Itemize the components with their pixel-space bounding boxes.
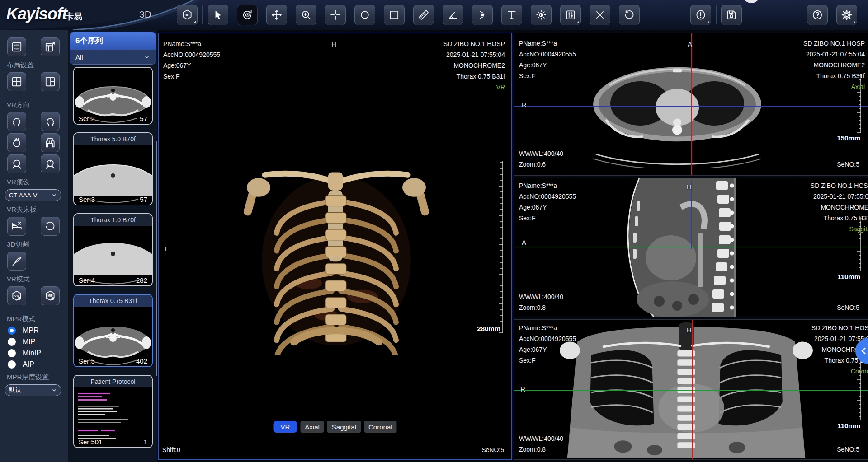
3d-view-tool[interactable]: 3D <box>177 5 198 25</box>
vr-preset-select[interactable]: CT-AAA-V <box>5 189 61 201</box>
remove-bed-button[interactable] <box>7 217 26 236</box>
patient-name: PName:S***a <box>519 322 576 333</box>
reference-line-vertical[interactable] <box>692 320 693 459</box>
pan-tool[interactable] <box>266 5 287 25</box>
info-tool[interactable] <box>690 5 711 25</box>
marker-top: A <box>688 40 692 48</box>
vr-orient-posterior-button[interactable] <box>41 154 60 173</box>
marker-left: A <box>522 238 526 246</box>
window-level-tool[interactable] <box>531 5 552 25</box>
photometric: MONOCHROME2 <box>803 60 865 70</box>
crosshair-tool[interactable] <box>325 5 346 25</box>
view-mode-saggital-button[interactable]: Saggital <box>327 421 361 433</box>
layout-list-button[interactable] <box>7 37 26 56</box>
vr-orient-left-button[interactable] <box>7 112 26 131</box>
save-tool[interactable] <box>721 5 742 25</box>
reference-line-vertical[interactable] <box>691 33 692 175</box>
cobb-icon <box>476 9 488 21</box>
series-item[interactable]: Patient ProtocolSer:501 1 <box>73 375 153 448</box>
app-logo-cn: 卡易 <box>65 12 82 21</box>
adjust-panel-tool[interactable] <box>560 5 581 25</box>
toolbar-right-tools <box>807 5 866 25</box>
mip-mode-button[interactable]: MIP <box>41 286 60 305</box>
gridSplit-icon <box>44 76 56 88</box>
series-filter-select[interactable]: All <box>70 50 156 64</box>
gear-icon <box>841 9 853 21</box>
rotate-3d-tool[interactable] <box>237 5 258 25</box>
radio-mpr[interactable]: MPR <box>8 327 68 335</box>
series-item-info: Ser:3 57 <box>74 196 152 203</box>
toolbar-divider <box>202 5 203 24</box>
pan-icon <box>271 9 283 21</box>
rotate-icon <box>241 9 253 21</box>
angle-tool[interactable] <box>443 5 463 25</box>
chevron-down-icon <box>52 192 57 198</box>
text-annotation-tool[interactable] <box>501 5 522 25</box>
delete-tool[interactable] <box>590 5 610 25</box>
vr-orient-body-button[interactable] <box>41 133 60 152</box>
bed-icon <box>11 220 23 232</box>
viewport-sagittal[interactable]: PName:S***a AccNO:0004920555 Age:067Y Se… <box>514 178 868 317</box>
study-info: SD ZIBO NO.1 HOSP 2025-01-21 07:55:04 MO… <box>443 38 505 93</box>
view-mode-vr-button[interactable]: VR <box>273 421 297 433</box>
series-item[interactable]: Ser:2 57 <box>73 67 153 125</box>
zoom-tool[interactable] <box>296 5 316 25</box>
settings-button[interactable] <box>836 5 857 25</box>
vr-preset-select-value: CT-AAA-V <box>9 192 37 199</box>
series-number: Ser:501 <box>79 438 103 446</box>
ruler-label: 110mm <box>837 422 860 429</box>
restore-bed-button[interactable] <box>41 217 60 236</box>
radio-aip[interactable]: AIP <box>8 360 68 369</box>
series-number: Ser:2 <box>79 115 95 122</box>
series-item[interactable]: Thorax 1.0 B70fSer:4 282 <box>73 213 153 286</box>
layout-split-button[interactable] <box>41 72 60 91</box>
avatar-partial <box>743 0 760 3</box>
ww-wl-label: WW/WL:400/40 <box>519 148 563 159</box>
layout-close-button[interactable] <box>41 37 60 56</box>
reference-line-vertical[interactable] <box>691 181 692 249</box>
view-mode-coronal-button[interactable]: Coronal <box>364 421 397 433</box>
axial-ct-image <box>582 58 772 170</box>
rect-icon <box>388 9 400 21</box>
cut-3d-button[interactable] <box>7 252 26 271</box>
window-info: WW/WL:400/40 Zoom:0.6 <box>519 148 563 170</box>
series-scrollbar[interactable] <box>156 141 157 376</box>
series-item[interactable]: Thorax 5.0 B70fSer:3 57 <box>73 132 153 205</box>
series-item[interactable]: Thorax 0.75 B31fSer:5 402 <box>73 294 153 367</box>
cursor-tool[interactable] <box>208 5 228 25</box>
patient-accno: AccNO:0004920555 <box>519 333 576 344</box>
rect-roi-tool[interactable] <box>384 5 405 25</box>
series-count-label: 6个序列 <box>70 32 156 50</box>
sidebar-icon-row <box>0 154 68 173</box>
ruler-tool[interactable] <box>413 5 434 25</box>
reference-line-horizontal[interactable] <box>514 390 868 391</box>
photometric: MONOCHROME2 <box>811 202 868 213</box>
app-logo: Kayisoft卡易 <box>6 5 82 23</box>
vr-orient-right-button[interactable] <box>41 112 60 131</box>
viewport-axial[interactable]: PName:S***a AccNO:0004920555 Age:067Y Se… <box>514 33 868 176</box>
viewport-coronal[interactable]: PName:S***a AccNO:0004920555 Age:067Y Se… <box>514 319 868 460</box>
reset-tool[interactable] <box>619 5 640 25</box>
section-label: 3D切割 <box>7 240 68 249</box>
cube3d-icon: 3D <box>181 9 193 21</box>
radio-mip[interactable]: MIP <box>8 338 68 346</box>
chevron-down-icon <box>52 387 57 393</box>
patient-name: PName:S***a <box>163 38 220 49</box>
vr-orient-anterior-button[interactable] <box>7 154 26 173</box>
view-mode-axial-button[interactable]: Axial <box>300 421 324 433</box>
zoomin-icon <box>300 9 312 21</box>
cobb-angle-tool[interactable] <box>472 5 493 25</box>
ellipse-roi-tool[interactable] <box>354 5 375 25</box>
mpr-thickness-select[interactable]: 默认 <box>5 384 61 396</box>
patient-sex: Sex:F <box>519 213 576 224</box>
viewport-main-vr[interactable]: PName:S***a AccNO:0004920555 Age:067Y Se… <box>158 33 512 460</box>
help-button[interactable] <box>807 5 828 25</box>
layout-2x2-button[interactable] <box>7 72 26 91</box>
ww-wl-label: WW/WL:400/40 <box>519 433 563 444</box>
left-sidebar: 布局设置VR方向VR预设CT-AAA-V VR去床板3D切割VR模式VRMIPM… <box>0 30 68 462</box>
vr-mode-button[interactable]: VR <box>7 286 26 305</box>
vr-orient-superior-button[interactable] <box>7 133 26 152</box>
reset-icon <box>623 9 635 21</box>
study-info: SD ZIBO NO.1 HOSP 2025-01-21 07:55:04 MO… <box>803 38 865 92</box>
radio-minip[interactable]: MinIP <box>8 349 68 357</box>
